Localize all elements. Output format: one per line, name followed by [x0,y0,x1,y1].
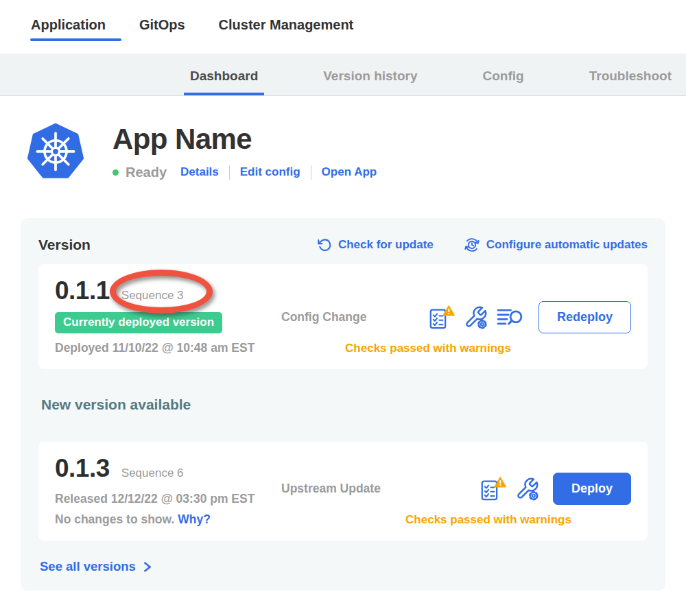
divider [311,165,311,180]
tab-troubleshoot[interactable]: Troubleshoot [589,69,672,95]
details-link[interactable]: Details [180,165,219,179]
currently-deployed-badge: Currently deployed version [55,312,222,333]
deployed-timestamp: Deployed 11/10/22 @ 10:48 am EST [55,341,281,355]
available-checks-warning-text: Checks passed with warnings [281,513,631,527]
edit-config-link[interactable]: Edit config [240,165,300,179]
check-for-update-label: Check for update [338,238,434,252]
status-dot [113,169,119,176]
page-title: App Name [113,125,377,154]
top-tab-cluster-management[interactable]: Cluster Management [219,17,354,47]
top-tab-application[interactable]: Application [31,17,106,47]
current-version-card: 0.1.1 Sequence 3 Currently deployed vers… [38,264,648,369]
top-nav-bar: Application GitOps Cluster Management [0,0,686,54]
configure-auto-updates-label: Configure automatic updates [486,238,648,252]
open-app-link[interactable]: Open App [322,165,377,179]
wrench-gear-icon[interactable] [515,477,539,501]
see-all-versions-link[interactable]: See all versions [40,559,648,574]
new-version-heading: New version available [41,396,648,414]
available-version-card: 0.1.3 Sequence 6 Released 12/12/22 @ 03:… [38,442,648,541]
current-source-label: Config Change [281,310,366,324]
available-sequence-label: Sequence 6 [121,466,184,480]
why-link[interactable]: Why? [178,512,211,526]
tab-version-history[interactable]: Version history [323,69,417,95]
chevron-right-icon [142,560,152,573]
auto-update-clock-icon [464,237,480,253]
top-tab-gitops[interactable]: GitOps [139,17,185,47]
released-timestamp: Released 12/12/22 @ 03:30 pm EST [55,492,281,506]
wrench-gear-icon[interactable] [464,305,488,329]
see-all-versions-label: See all versions [40,559,136,574]
current-version-number: 0.1.1 [55,276,110,305]
no-changes-text: No changes to show. [55,512,174,526]
divider [229,165,230,180]
refresh-icon [317,237,332,252]
preflight-checklist-warning-icon[interactable] [428,305,455,331]
redeploy-button[interactable]: Redeploy [539,301,631,333]
preflight-checklist-warning-icon[interactable] [480,476,506,502]
status-text: Ready [126,165,167,180]
version-panel: Version Check for update [21,218,665,591]
current-sequence-label: Sequence 3 [121,289,184,303]
available-source-label: Upstream Update [281,482,381,496]
version-section-title: Version [38,237,287,253]
view-diff-magnifier-icon[interactable] [497,307,525,327]
deploy-button[interactable]: Deploy [553,473,631,505]
kubernetes-logo [24,119,87,182]
tab-dashboard[interactable]: Dashboard [190,69,258,95]
available-version-number: 0.1.3 [55,454,110,483]
app-header: App Name Ready Details Edit config Open … [24,119,686,182]
configure-auto-updates-link[interactable]: Configure automatic updates [464,237,648,253]
current-checks-warning-text: Checks passed with warnings [281,342,631,355]
tab-config[interactable]: Config [483,69,524,95]
app-sub-nav-bar: Dashboard Version history Config Trouble… [0,54,686,96]
check-for-update-link[interactable]: Check for update [317,237,434,252]
